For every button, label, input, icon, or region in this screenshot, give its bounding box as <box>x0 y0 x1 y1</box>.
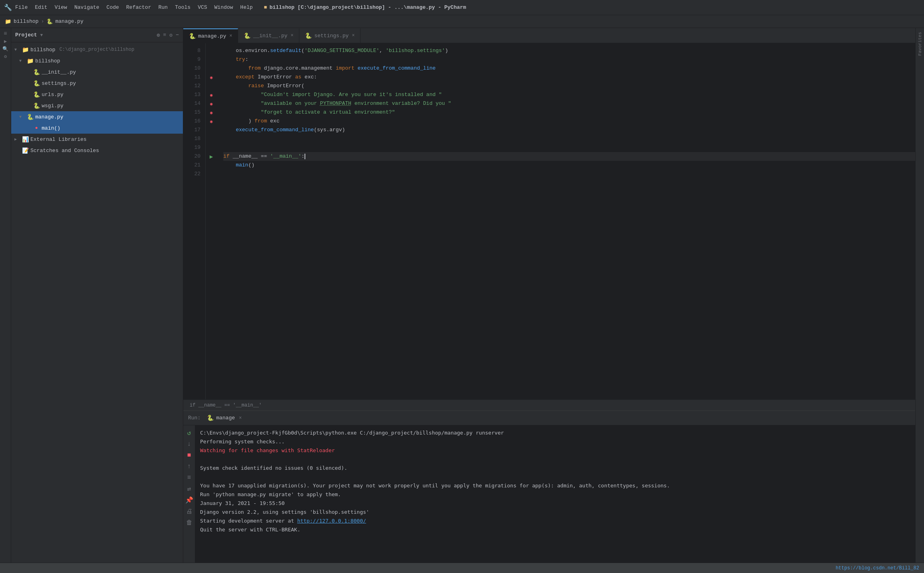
tree-label-main: main() <box>42 125 60 131</box>
scratches-icon: 📝 <box>22 147 29 154</box>
menu-tools[interactable]: Tools <box>175 4 190 10</box>
run-wrap-btn[interactable]: ≡ <box>185 473 194 482</box>
title-bar: 🔧 File Edit View Navigate Code Refactor … <box>0 0 924 15</box>
tab-close-manage[interactable]: × <box>229 33 232 39</box>
tab-close-init[interactable]: × <box>291 33 293 38</box>
tab-label-settings: settings.py <box>314 33 349 39</box>
run-scroll-up-btn[interactable]: ↑ <box>185 462 194 471</box>
menu-window[interactable]: Window <box>214 4 233 10</box>
run-restart-btn[interactable]: ↺ <box>185 429 194 437</box>
breadcrumb: 📁 billshop › 🐍 manage.py <box>0 15 924 28</box>
menu-bar[interactable]: File Edit View Navigate Code Refactor Ru… <box>15 4 253 10</box>
menu-help[interactable]: Help <box>240 4 253 10</box>
run-tab-manage[interactable]: 🐍 manage × <box>204 413 245 423</box>
run-output[interactable]: C:\Envs\django_project-FkjfGb0d\Scripts\… <box>195 425 915 563</box>
server-url-link[interactable]: http://127.0.0.1:8000/ <box>297 518 366 524</box>
manage-icon: 🐍 <box>26 113 34 120</box>
collapse-icon[interactable]: ≡ <box>163 32 166 38</box>
wsgi-icon: 🐍 <box>33 102 40 109</box>
code-editor[interactable]: 8 9 10 11 12 13 14 15 16 17 18 19 20 21 … <box>183 43 915 399</box>
settings-icon[interactable]: ⚙ <box>169 32 172 38</box>
code-gutter: ◉ ◉ ◉ ◉ ◉ ▶ <box>206 43 217 399</box>
tree-item-urls[interactable]: ▶ 🐍 urls.py <box>11 89 183 100</box>
title-text: billshop [C:\django_project\billshop] - … <box>269 4 466 10</box>
run-output-line-6 <box>200 473 910 481</box>
tree-item-settings[interactable]: ▶ 🐍 settings.py <box>11 78 183 89</box>
tree-label-inner: billshop <box>35 58 60 64</box>
code-content[interactable]: os.environ.setdefault('DJANGO_SETTINGS_M… <box>217 43 915 399</box>
ext-libs-icon: 📊 <box>22 136 29 143</box>
gutter-13[interactable]: ◉ <box>206 90 217 99</box>
gutter-21 <box>206 161 217 170</box>
sidebar-icon-2[interactable]: ▶ <box>4 38 7 44</box>
gutter-14[interactable]: ◉ <box>206 99 217 108</box>
sidebar-icon-1[interactable]: ≡ <box>4 30 7 37</box>
tree-item-manage[interactable]: ▼ 🐍 manage.py <box>11 111 183 122</box>
tree-item-init[interactable]: ▶ 🐍 __init__.py <box>11 66 183 78</box>
gutter-12 <box>206 82 217 90</box>
inner-folder-icon: 📁 <box>26 57 34 64</box>
tree-item-billshop-root[interactable]: ▼ 📁 billshop C:\django_project\billshop <box>11 44 183 55</box>
close-panel-icon[interactable]: − <box>176 32 179 38</box>
sidebar-icon-4[interactable]: ⚙ <box>4 54 7 60</box>
menu-view[interactable]: View <box>54 4 67 10</box>
gutter-16[interactable]: ◉ <box>206 117 217 126</box>
status-url-link[interactable]: https://blog.csdn.net/Bill_82 <box>836 565 919 571</box>
status-bar: https://blog.csdn.net/Bill_82 <box>0 563 924 573</box>
tree-arrow-ext: ▶ <box>14 137 20 142</box>
project-panel: Project ▼ ⊕ ≡ ⚙ − ▼ 📁 billshop C:\django… <box>11 28 183 563</box>
gutter-20[interactable]: ▶ <box>206 152 217 161</box>
run-print-btn[interactable]: 🖨 <box>185 507 194 516</box>
tree-item-scratches[interactable]: ▶ 📝 Scratches and Consoles <box>11 145 183 156</box>
tree-path-root: C:\django_project\billshop <box>59 47 134 52</box>
tree-item-wsgi[interactable]: ▶ 🐍 wsgi.py <box>11 100 183 111</box>
tab-init[interactable]: 🐍 __init__.py × <box>238 28 299 43</box>
run-tab-close[interactable]: × <box>239 415 242 421</box>
run-pin-btn[interactable]: 📌 <box>185 496 194 505</box>
run-scroll-down-btn[interactable]: ↓ <box>185 440 194 449</box>
run-actions: ↺ ↓ ■ ↑ ≡ ⇄ 📌 🖨 🗑 <box>183 425 195 563</box>
run-output-line-7: You have 17 unapplied migration(s). Your… <box>200 481 910 490</box>
menu-run[interactable]: Run <box>158 4 168 10</box>
menu-navigate[interactable]: Navigate <box>74 4 99 10</box>
gutter-17 <box>206 126 217 134</box>
tree-item-billshop-inner[interactable]: ▼ 📁 billshop <box>11 55 183 66</box>
menu-edit[interactable]: Edit <box>35 4 47 10</box>
run-trash-btn[interactable]: 🗑 <box>185 518 194 527</box>
tabs-bar: 🐍 manage.py × 🐍 __init__.py × 🐍 settings… <box>183 28 915 43</box>
run-output-line-5: System check identified no issues (0 sil… <box>200 464 910 473</box>
tab-settings[interactable]: 🐍 settings.py × <box>299 28 361 43</box>
tree-label-ext: External Libraries <box>30 136 86 142</box>
tab-close-settings[interactable]: × <box>352 33 355 38</box>
tree-arrow-manage: ▼ <box>19 115 25 119</box>
run-filter-btn[interactable]: ⇄ <box>185 485 194 493</box>
tab-icon-settings: 🐍 <box>305 32 312 39</box>
run-tab-icon: 🐍 <box>207 415 214 421</box>
run-output-line-4 <box>200 455 910 464</box>
breadcrumb-file[interactable]: manage.py <box>55 18 83 24</box>
locate-icon[interactable]: ⊕ <box>157 32 160 38</box>
code-line-18 <box>223 134 915 143</box>
tree-arrow-root: ▼ <box>14 48 20 52</box>
tab-manage[interactable]: 🐍 manage.py × <box>183 28 238 43</box>
app-logo-icon: 🔧 <box>4 4 12 12</box>
run-output-line-2: Performing system checks... <box>200 437 910 446</box>
gutter-15[interactable]: ◉ <box>206 108 217 117</box>
project-dropdown-icon[interactable]: ▼ <box>40 33 43 38</box>
settings-file-icon: 🐍 <box>33 80 40 87</box>
menu-vcs[interactable]: VCS <box>198 4 207 10</box>
menu-file[interactable]: File <box>15 4 28 10</box>
tree-label-manage: manage.py <box>35 114 63 120</box>
gutter-11[interactable]: ◉ <box>206 73 217 82</box>
menu-code[interactable]: Code <box>106 4 119 10</box>
tree-item-main[interactable]: ▶ ● main() <box>11 122 183 134</box>
tree-item-ext-libs[interactable]: ▶ 📊 External Libraries <box>11 134 183 145</box>
sidebar-icon-3[interactable]: 🔍 <box>2 46 8 52</box>
run-output-line-11: Starting development server at http://12… <box>200 517 910 525</box>
menu-refactor[interactable]: Refactor <box>126 4 151 10</box>
favorites-label[interactable]: Favorites <box>918 30 922 57</box>
breadcrumb-project[interactable]: billshop <box>14 18 38 24</box>
run-stop-btn[interactable]: ■ <box>185 451 194 460</box>
editor-area: 🐍 manage.py × 🐍 __init__.py × 🐍 settings… <box>183 28 915 563</box>
main-area: ≡ ▶ 🔍 ⚙ Project ▼ ⊕ ≡ ⚙ − ▼ 📁 billshop C… <box>0 28 924 563</box>
